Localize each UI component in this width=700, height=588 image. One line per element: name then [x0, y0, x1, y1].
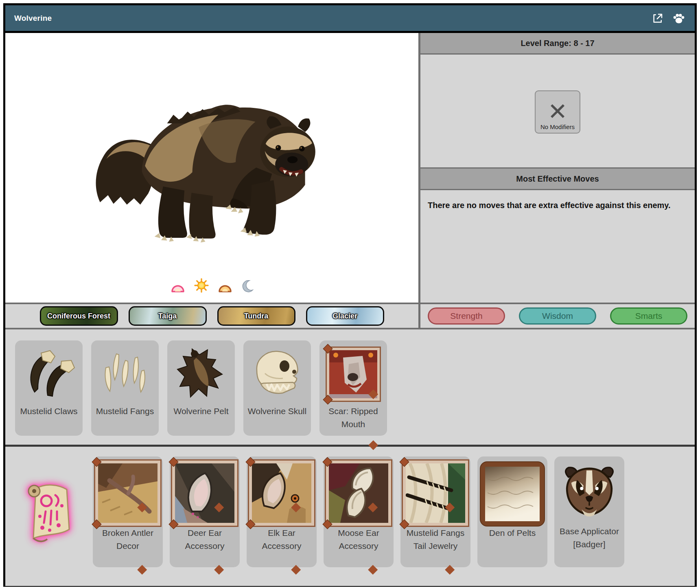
drop-card-mustelid-fangs[interactable]: Mustelid Fangs: [91, 340, 159, 436]
drop-card-mustelid-claws[interactable]: Mustelid Claws: [15, 340, 83, 436]
stat-strip: Strength Wisdom Smarts: [420, 304, 695, 328]
craft-label: Den of Pelts: [477, 527, 547, 540]
craft-card-broken-antler-decor[interactable]: Broken Antler Decor: [93, 456, 163, 567]
drop-label: Wolverine Skull: [243, 405, 311, 418]
stat-button-wisdom[interactable]: Wisdom: [519, 307, 596, 325]
upper-area: Level Range: 8 - 17 ✕ No Modifiers Most …: [5, 33, 695, 303]
mustelid-fangs-tail-jewelry-icon: [403, 461, 468, 526]
dusk-icon: [218, 283, 232, 293]
drop-card-wolverine-pelt[interactable]: Wolverine Pelt: [167, 340, 235, 436]
craft-label: Base Applicator [Badger]: [554, 525, 624, 551]
deer-ear-accessory-icon: [172, 461, 237, 526]
scar-ripped-mouth-icon: [319, 344, 387, 404]
recipe-scroll-item[interactable]: [13, 456, 86, 567]
biome-button-coniferous-forest[interactable]: Coniferous Forest: [40, 306, 118, 326]
paw-icon[interactable]: [672, 11, 686, 25]
drop-card-wolverine-skull[interactable]: Wolverine Skull: [243, 340, 311, 436]
modifiers-area: ✕ No Modifiers: [420, 55, 695, 167]
day-icon: [194, 278, 209, 293]
craft-label: Elk Ear Accessory: [247, 527, 317, 552]
no-modifiers-box: ✕ No Modifiers: [535, 90, 580, 134]
drop-label: Scar: Ripped Mouth: [319, 405, 387, 430]
craftables-section: Broken Antler Decor Deer Ear Accessory: [5, 447, 695, 586]
x-icon: ✕: [548, 100, 568, 123]
biome-button-tundra[interactable]: Tundra: [217, 306, 295, 326]
drop-label: Mustelid Fangs: [91, 405, 159, 418]
mustelid-claws-icon: [15, 344, 83, 404]
wolverine-skull-icon: [243, 344, 311, 404]
mustelid-fangs-icon: [91, 344, 159, 404]
craft-card-mustelid-fangs-tail-jewelry[interactable]: Mustelid Fangs Tail Jewelry: [400, 456, 470, 567]
elk-ear-accessory-icon: [249, 461, 314, 526]
drops-section: Mustelid Claws Mustelid Fangs: [5, 329, 695, 447]
wolverine-illustration: [86, 67, 338, 256]
dawn-icon: [171, 283, 185, 293]
craft-label: Broken Antler Decor: [93, 527, 163, 552]
base-applicator-badger-icon: [554, 461, 624, 524]
den-of-pelts-icon: [481, 462, 544, 526]
effective-moves-empty-text: There are no moves that are extra effect…: [428, 201, 687, 210]
level-range-bar: Level Range: 8 - 17: [420, 33, 695, 55]
craft-card-elk-ear-accessory[interactable]: Elk Ear Accessory: [247, 456, 317, 567]
drop-card-scar-ripped-mouth[interactable]: Scar: Ripped Mouth: [319, 340, 387, 436]
glowing-recipe-scroll-icon: [21, 477, 78, 546]
drop-label: Wolverine Pelt: [167, 405, 235, 418]
page-title: Wolverine: [14, 14, 52, 23]
external-link-icon[interactable]: [651, 11, 665, 25]
enemy-info-window: Wolverine: [3, 3, 697, 587]
effective-moves-bar: Most Effective Moves: [420, 167, 695, 190]
enemy-info-panel: Level Range: 8 - 17 ✕ No Modifiers Most …: [420, 33, 695, 303]
title-bar: Wolverine: [5, 5, 695, 33]
craft-card-base-applicator-badger[interactable]: Base Applicator [Badger]: [554, 456, 624, 567]
broken-antler-decor-icon: [95, 461, 160, 526]
stat-button-smarts[interactable]: Smarts: [610, 307, 687, 325]
craft-label: Mustelid Fangs Tail Jewelry: [400, 527, 470, 552]
biome-strip: Coniferous Forest Taiga Tundra Glacier: [5, 304, 418, 328]
craft-label: Moose Ear Accessory: [324, 527, 394, 552]
craft-card-den-of-pelts[interactable]: Den of Pelts: [477, 456, 547, 567]
biome-button-glacier[interactable]: Glacier: [306, 306, 384, 326]
active-times-row: [171, 278, 254, 293]
moose-ear-accessory-icon: [326, 461, 391, 526]
drop-label: Mustelid Claws: [15, 405, 83, 418]
effective-moves-body: There are no moves that are extra effect…: [420, 190, 695, 303]
no-modifiers-label: No Modifiers: [540, 123, 575, 130]
mid-row: Coniferous Forest Taiga Tundra Glacier S…: [5, 303, 695, 329]
craft-label: Deer Ear Accessory: [170, 527, 240, 552]
stat-button-strength[interactable]: Strength: [428, 307, 505, 325]
craft-card-moose-ear-accessory[interactable]: Moose Ear Accessory: [324, 456, 394, 567]
craft-card-deer-ear-accessory[interactable]: Deer Ear Accessory: [170, 456, 240, 567]
wolverine-pelt-icon: [167, 344, 235, 404]
enemy-image-panel: [5, 33, 418, 303]
biome-button-taiga[interactable]: Taiga: [129, 306, 207, 326]
night-icon: [241, 280, 254, 293]
